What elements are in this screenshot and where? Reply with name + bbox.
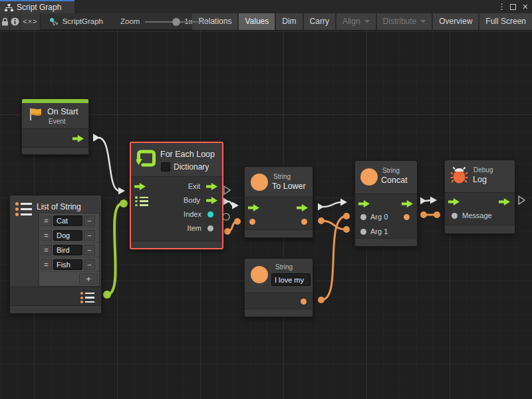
drag-handle[interactable]: = (41, 230, 52, 241)
window-menu-icon[interactable]: ⋮ (498, 2, 503, 11)
values-button[interactable]: Values (239, 13, 275, 30)
zoom-slider-handle[interactable] (172, 18, 180, 26)
zoom-slider[interactable] (145, 13, 180, 30)
flow-output-exit[interactable] (206, 183, 217, 190)
flow-input-port[interactable] (358, 200, 370, 207)
node-string-literal[interactable]: String (244, 258, 313, 317)
arg1-input-port[interactable] (360, 229, 366, 235)
align-button[interactable]: Align (336, 13, 376, 30)
wire-endpoint (232, 202, 239, 209)
node-debug-log[interactable]: Debug Log Message (444, 160, 515, 234)
list-item-field[interactable] (53, 259, 82, 270)
string-output-port[interactable] (301, 219, 307, 225)
add-item-button[interactable]: + (79, 273, 98, 285)
flow-output-port[interactable] (72, 135, 84, 142)
node-for-each-loop[interactable]: For Each Loop Dictionary Exit Body Index… (130, 142, 223, 249)
string-output-port[interactable] (301, 299, 307, 305)
wire-onstart-foreach[interactable] (98, 138, 120, 191)
node-footer (131, 241, 222, 248)
node-list-of-string[interactable]: List of String = − = − = − = − + (9, 195, 102, 314)
chevron-down-icon (420, 20, 426, 23)
remove-item-button[interactable]: − (84, 245, 95, 255)
unconnected-flow-port[interactable] (224, 186, 230, 194)
chevron-down-icon (364, 20, 370, 23)
string-icon (360, 168, 378, 186)
flow-output-port[interactable] (499, 198, 510, 205)
node-category: String (275, 263, 293, 271)
node-title: To Lower (272, 182, 306, 191)
flow-input-port[interactable] (134, 183, 146, 190)
wire-endpoint (120, 200, 128, 207)
string-value-field[interactable] (271, 273, 311, 286)
lock-button[interactable] (0, 13, 10, 30)
carry-button[interactable]: Carry (304, 13, 335, 30)
checkbox-label: Dictionary (174, 162, 209, 172)
drag-handle[interactable]: = (41, 245, 52, 255)
zoom-label: Zoom (120, 17, 140, 25)
list-item-row: = − (39, 213, 99, 228)
arg0-input-port[interactable] (360, 214, 366, 220)
overview-button[interactable]: Overview (433, 13, 478, 30)
node-footer (445, 225, 515, 233)
wire-tolower-concat[interactable] (323, 202, 342, 207)
port-label-item: Item (188, 224, 201, 232)
graph-hierarchy-icon (5, 4, 13, 11)
remove-item-button[interactable]: − (84, 259, 95, 270)
code-toggle-button[interactable]: <×> (21, 13, 41, 30)
collection-input-port[interactable] (135, 196, 148, 206)
list-item-field[interactable] (53, 215, 82, 226)
dictionary-checkbox[interactable] (161, 162, 170, 172)
string-input-port[interactable] (249, 219, 255, 225)
graph-canvas[interactable]: On Start Event List of String = − = − (0, 30, 532, 399)
lock-icon (1, 17, 9, 26)
distribute-button[interactable]: Distribute (377, 13, 432, 30)
graph-name-chip[interactable]: ScriptGraph (49, 17, 103, 26)
node-to-lower[interactable]: String To Lower (244, 166, 313, 238)
node-body: Exit Body Index Item (131, 176, 222, 241)
list-item-row: = − (39, 243, 99, 257)
list-item-field[interactable] (53, 230, 82, 241)
list-icon (15, 202, 33, 216)
unconnected-flow-port[interactable] (519, 196, 525, 204)
node-body (22, 128, 88, 148)
fullscreen-button[interactable]: Full Screen (479, 13, 532, 30)
list-item-row: = − (39, 228, 99, 243)
flow-input-port[interactable] (448, 198, 460, 205)
port-label-body: Body (184, 196, 200, 204)
list-item-field[interactable] (53, 245, 82, 255)
info-button[interactable] (10, 13, 20, 30)
port-label-arg0: Arg 0 (370, 213, 388, 221)
dim-button[interactable]: Dim (276, 13, 302, 30)
node-on-start[interactable]: On Start Event (21, 98, 89, 155)
node-footer (245, 309, 313, 317)
result-output-port[interactable] (404, 214, 410, 220)
node-title: Concat (381, 176, 408, 185)
flag-icon (28, 107, 43, 122)
drag-handle[interactable]: = (41, 259, 52, 270)
item-output-port[interactable] (207, 225, 213, 231)
index-output-port[interactable] (207, 211, 213, 217)
list-editor: = − = − = − = − + (39, 213, 100, 287)
node-title: On Start (47, 107, 78, 116)
wire-tolower-arg1[interactable] (321, 221, 346, 229)
remove-item-button[interactable]: − (84, 215, 95, 226)
drag-handle[interactable]: = (41, 215, 52, 226)
flow-output-body[interactable] (206, 197, 217, 204)
node-concat[interactable]: String Concat Arg 0 Arg 1 (354, 160, 418, 247)
wire-endpoint (118, 188, 125, 195)
remove-item-button[interactable]: − (84, 230, 95, 241)
bug-icon (450, 166, 468, 184)
script-graph-icon (49, 17, 59, 26)
flow-output-port[interactable] (402, 200, 413, 207)
port-label-exit: Exit (188, 182, 200, 190)
flow-output-port[interactable] (297, 204, 308, 211)
wire-list-foreach[interactable] (107, 203, 122, 295)
node-title: For Each Loop (160, 150, 215, 159)
unconnected-value-port[interactable] (223, 213, 229, 220)
flow-input-port[interactable] (248, 204, 259, 211)
maximize-icon[interactable] (510, 4, 516, 10)
tab-script-graph[interactable]: Script Graph (0, 0, 74, 13)
close-icon[interactable]: × (523, 3, 528, 10)
list-output-port[interactable] (80, 292, 95, 303)
message-input-port[interactable] (452, 213, 458, 219)
